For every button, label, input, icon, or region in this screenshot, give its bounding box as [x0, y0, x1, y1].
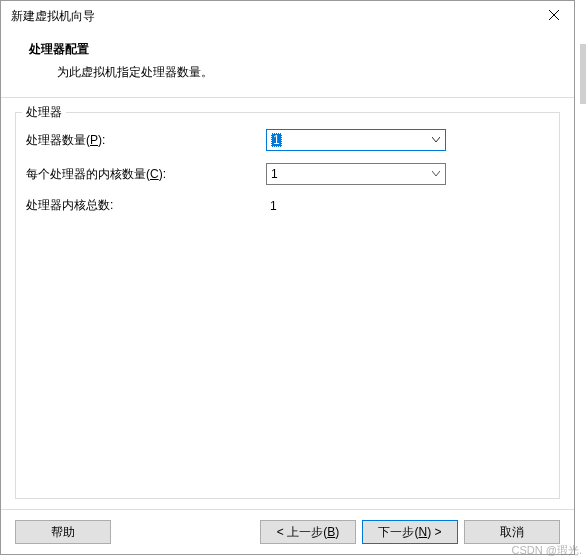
wizard-dialog: 新建虚拟机向导 处理器配置 为此虚拟机指定处理器数量。 处理器 处理器数量(P)…	[0, 0, 575, 555]
cores-value: 1	[271, 167, 278, 181]
total-label: 处理器内核总数:	[26, 197, 266, 214]
header: 处理器配置 为此虚拟机指定处理器数量。	[1, 31, 574, 98]
total-value: 1	[266, 199, 277, 213]
row-processors: 处理器数量(P): 1	[26, 129, 549, 151]
footer: 帮助 < 上一步(B) 下一步(N) > 取消	[1, 509, 574, 554]
titlebar: 新建虚拟机向导	[1, 1, 574, 31]
cores-combo[interactable]: 1	[266, 163, 446, 185]
processors-label: 处理器数量(P):	[26, 132, 266, 149]
header-subtitle: 为此虚拟机指定处理器数量。	[29, 64, 554, 81]
close-icon	[549, 9, 559, 23]
processor-group: 处理器 处理器数量(P): 1 每个处理器的内核数量(C): 1	[15, 112, 560, 499]
chevron-down-icon	[431, 137, 441, 143]
chevron-down-icon	[431, 171, 441, 177]
header-title: 处理器配置	[29, 41, 554, 58]
group-label: 处理器	[22, 104, 66, 121]
row-total: 处理器内核总数: 1	[26, 197, 549, 214]
next-button[interactable]: 下一步(N) >	[362, 520, 458, 544]
content-area: 处理器 处理器数量(P): 1 每个处理器的内核数量(C): 1	[1, 98, 574, 509]
cores-label: 每个处理器的内核数量(C):	[26, 166, 266, 183]
cancel-button[interactable]: 取消	[464, 520, 560, 544]
row-cores: 每个处理器的内核数量(C): 1	[26, 163, 549, 185]
processors-combo[interactable]: 1	[266, 129, 446, 151]
window-title: 新建虚拟机向导	[11, 8, 95, 25]
help-button[interactable]: 帮助	[15, 520, 111, 544]
back-button[interactable]: < 上一步(B)	[260, 520, 356, 544]
processors-value: 1	[271, 133, 282, 147]
close-button[interactable]	[534, 1, 574, 31]
side-shadow	[580, 44, 586, 104]
